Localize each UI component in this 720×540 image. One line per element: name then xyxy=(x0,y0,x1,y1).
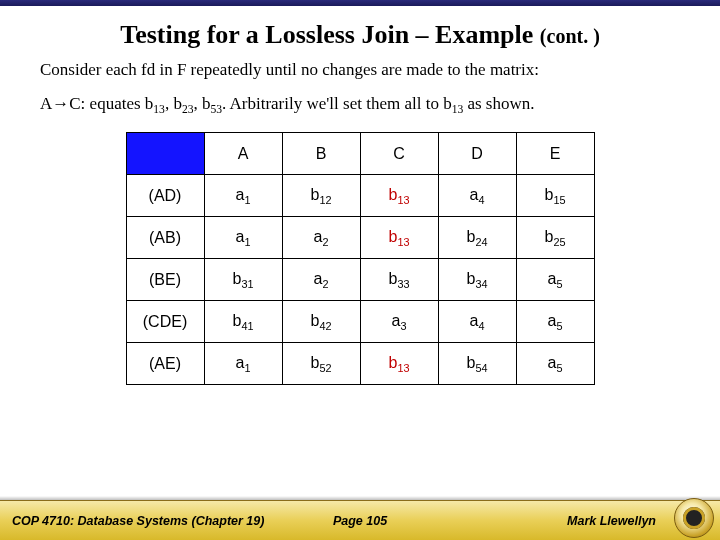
table-row: (BE)b31a2b33b34a5 xyxy=(126,259,594,301)
row-label: (BE) xyxy=(126,259,204,301)
paragraph-1: Consider each fd in F repeatedly until n… xyxy=(40,60,680,80)
footer-left: COP 4710: Database Systems (Chapter 19) xyxy=(12,514,264,528)
fd-text-2: . Arbitrarily we'll set them all to b xyxy=(222,94,452,113)
title-main: Testing for a Lossless Join – Example xyxy=(120,20,533,49)
col-A: A xyxy=(204,133,282,175)
table-body: (AD)a1b12b13a4b15(AB)a1a2b13b24b25(BE)b3… xyxy=(126,175,594,385)
title-cont: (cont. ) xyxy=(540,25,600,47)
cell: b13 xyxy=(360,217,438,259)
table-row: (AB)a1a2b13b24b25 xyxy=(126,217,594,259)
footer-right: Mark Llewellyn xyxy=(567,514,656,528)
fd-text-1: C: equates b xyxy=(69,94,153,113)
sub3: 53 xyxy=(210,103,222,116)
footer: COP 4710: Database Systems (Chapter 19) … xyxy=(0,496,720,540)
cell: b13 xyxy=(360,343,438,385)
col-B: B xyxy=(282,133,360,175)
top-accent-bar xyxy=(0,0,720,6)
sub4: 13 xyxy=(452,103,464,116)
ucf-logo-icon xyxy=(674,498,714,538)
slide-title: Testing for a Lossless Join – Example (c… xyxy=(30,20,690,50)
cell: b12 xyxy=(282,175,360,217)
cell: a5 xyxy=(516,301,594,343)
cell: a4 xyxy=(438,301,516,343)
fd-text-3: as shown. xyxy=(463,94,534,113)
cell: a2 xyxy=(282,217,360,259)
comma2: , b xyxy=(193,94,210,113)
cell: b41 xyxy=(204,301,282,343)
cell: a2 xyxy=(282,259,360,301)
comma1: , b xyxy=(165,94,182,113)
cell: b25 xyxy=(516,217,594,259)
header-row: A B C D E xyxy=(126,133,594,175)
cell: a3 xyxy=(360,301,438,343)
arrow-icon: → xyxy=(52,94,69,113)
cell: a4 xyxy=(438,175,516,217)
row-label: (AD) xyxy=(126,175,204,217)
table-row: (AE)a1b52b13b54a5 xyxy=(126,343,594,385)
cell: b54 xyxy=(438,343,516,385)
cell: a1 xyxy=(204,343,282,385)
col-E: E xyxy=(516,133,594,175)
fd-lhs: A xyxy=(40,94,52,113)
footer-center: Page 105 xyxy=(333,514,387,528)
cell: a5 xyxy=(516,259,594,301)
col-D: D xyxy=(438,133,516,175)
cell: b42 xyxy=(282,301,360,343)
row-label: (AE) xyxy=(126,343,204,385)
cell: b52 xyxy=(282,343,360,385)
cell: b33 xyxy=(360,259,438,301)
cell: b15 xyxy=(516,175,594,217)
row-label: (AB) xyxy=(126,217,204,259)
table-row: (CDE)b41b42a3a4a5 xyxy=(126,301,594,343)
paragraph-2: A→C: equates b13, b23, b53. Arbitrarily … xyxy=(40,94,680,116)
cell: a1 xyxy=(204,175,282,217)
cell: b24 xyxy=(438,217,516,259)
cell: a5 xyxy=(516,343,594,385)
row-label: (CDE) xyxy=(126,301,204,343)
footer-bar: COP 4710: Database Systems (Chapter 19) … xyxy=(0,500,720,540)
cell: b13 xyxy=(360,175,438,217)
table-row: (AD)a1b12b13a4b15 xyxy=(126,175,594,217)
sub2: 23 xyxy=(182,103,194,116)
cell: b31 xyxy=(204,259,282,301)
matrix-table: A B C D E (AD)a1b12b13a4b15(AB)a1a2b13b2… xyxy=(126,132,595,385)
col-C: C xyxy=(360,133,438,175)
cell: a1 xyxy=(204,217,282,259)
sub1: 13 xyxy=(153,103,165,116)
corner-cell xyxy=(126,133,204,175)
cell: b34 xyxy=(438,259,516,301)
